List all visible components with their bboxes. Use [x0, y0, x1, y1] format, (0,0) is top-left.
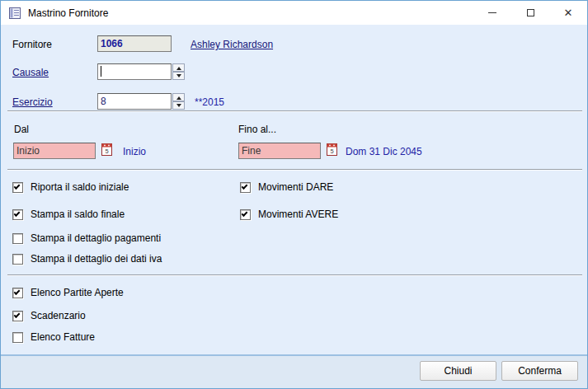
- causale-field[interactable]: [97, 63, 172, 80]
- spin-down-button[interactable]: [172, 72, 185, 80]
- spin-up-button[interactable]: [172, 93, 185, 101]
- checkbox-box[interactable]: [12, 209, 23, 220]
- dal-note: Inizio: [123, 146, 146, 157]
- separator: [7, 274, 582, 276]
- check-icon: [14, 312, 21, 318]
- conferma-button[interactable]: Conferma: [501, 361, 578, 381]
- close-button[interactable]: ✕: [549, 1, 587, 25]
- window-title: Mastrino Fornitore: [28, 7, 108, 19]
- window-controls: ✕: [473, 1, 587, 25]
- checkbox-elenco-fatture[interactable]: Elenco Fatture: [12, 331, 95, 343]
- checkbox-label: Stampa il saldo finale: [31, 209, 125, 220]
- checkbox-box[interactable]: [12, 288, 23, 298]
- mastrino-fornitore-dialog: Mastrino Fornitore ✕ Fornitore 1066 Ashl…: [0, 0, 588, 389]
- fornitore-name-link[interactable]: Ashley Richardson: [191, 39, 273, 50]
- checkbox-label: Riporta il saldo iniziale: [31, 181, 129, 193]
- svg-text:5: 5: [105, 148, 108, 155]
- fino-al-field[interactable]: Fine: [238, 143, 321, 159]
- arrow-down-icon: [176, 74, 181, 77]
- checkbox-box[interactable]: [240, 209, 251, 220]
- footer: [1, 356, 587, 388]
- checkbox-label: Movimenti AVERE: [258, 209, 338, 220]
- chiudi-button[interactable]: Chiudi: [420, 361, 496, 381]
- check-icon: [242, 210, 248, 217]
- checkbox-dettaglio-pagamenti[interactable]: Stampa il dettaglio pagamenti: [12, 232, 161, 244]
- checkbox-label: Stampa il dettaglio pagamenti: [31, 232, 161, 244]
- check-icon: [14, 183, 21, 190]
- checkbox-label: Scadenzario: [31, 310, 86, 321]
- checkbox-box[interactable]: [12, 311, 23, 321]
- calendar-icon[interactable]: 5: [101, 142, 114, 157]
- esercizio-spinner: [172, 93, 185, 110]
- calendar-icon[interactable]: 5: [326, 142, 339, 157]
- esercizio-label-link[interactable]: Esercizio: [12, 96, 53, 108]
- checkbox-box[interactable]: [12, 233, 23, 244]
- checkbox-movimenti-dare[interactable]: Movimenti DARE: [240, 181, 333, 193]
- fornitore-label: Fornitore: [12, 39, 52, 50]
- checkbox-box[interactable]: [12, 332, 23, 343]
- minimize-icon: [488, 12, 496, 13]
- dal-label: Dal: [14, 124, 29, 135]
- checkbox-dettaglio-dati-iva[interactable]: Stampa il dettaglio dei dati iva: [12, 253, 162, 265]
- esercizio-field[interactable]: 8: [97, 93, 172, 110]
- checkbox-stampa-saldo-finale[interactable]: Stampa il saldo finale: [12, 209, 125, 220]
- fino-al-label: Fino al...: [238, 124, 276, 135]
- checkbox-label: Elenco Fatture: [31, 331, 95, 343]
- separator: [7, 110, 582, 112]
- checkbox-elenco-partite-aperte[interactable]: Elenco Partite Aperte: [12, 287, 124, 298]
- check-icon: [14, 210, 21, 217]
- fino-al-note: Dom 31 Dic 2045: [346, 146, 422, 157]
- check-icon: [14, 288, 21, 295]
- fornitore-field[interactable]: 1066: [97, 35, 172, 52]
- checkbox-box[interactable]: [240, 182, 251, 193]
- arrow-up-icon: [176, 96, 181, 100]
- svg-text:5: 5: [330, 148, 333, 155]
- app-icon: [8, 7, 21, 20]
- check-icon: [242, 183, 248, 190]
- checkbox-box[interactable]: [12, 254, 23, 265]
- checkbox-movimenti-avere[interactable]: Movimenti AVERE: [240, 209, 338, 220]
- checkbox-scadenzario[interactable]: Scadenzario: [12, 310, 86, 321]
- spin-down-button[interactable]: [172, 101, 185, 110]
- checkbox-label: Movimenti DARE: [258, 181, 333, 193]
- causale-spinner: [172, 63, 185, 80]
- checkbox-riporta-saldo-iniziale[interactable]: Riporta il saldo iniziale: [12, 181, 129, 193]
- arrow-up-icon: [176, 67, 181, 70]
- close-icon: ✕: [564, 7, 573, 18]
- causale-label-link[interactable]: Causale: [12, 67, 49, 78]
- checkbox-label: Stampa il dettaglio dei dati iva: [31, 253, 162, 265]
- minimize-button[interactable]: [473, 1, 511, 25]
- arrow-down-icon: [176, 104, 181, 107]
- maximize-icon: [527, 9, 534, 16]
- esercizio-note: **2015: [195, 96, 224, 108]
- spin-up-button[interactable]: [172, 63, 185, 72]
- titlebar: Mastrino Fornitore ✕: [1, 1, 587, 25]
- checkbox-box[interactable]: [12, 182, 23, 193]
- checkbox-label: Elenco Partite Aperte: [31, 287, 124, 298]
- dal-field[interactable]: Inizio: [13, 143, 96, 159]
- text-caret: [101, 66, 101, 77]
- separator: [7, 169, 582, 171]
- maximize-button[interactable]: [511, 1, 549, 25]
